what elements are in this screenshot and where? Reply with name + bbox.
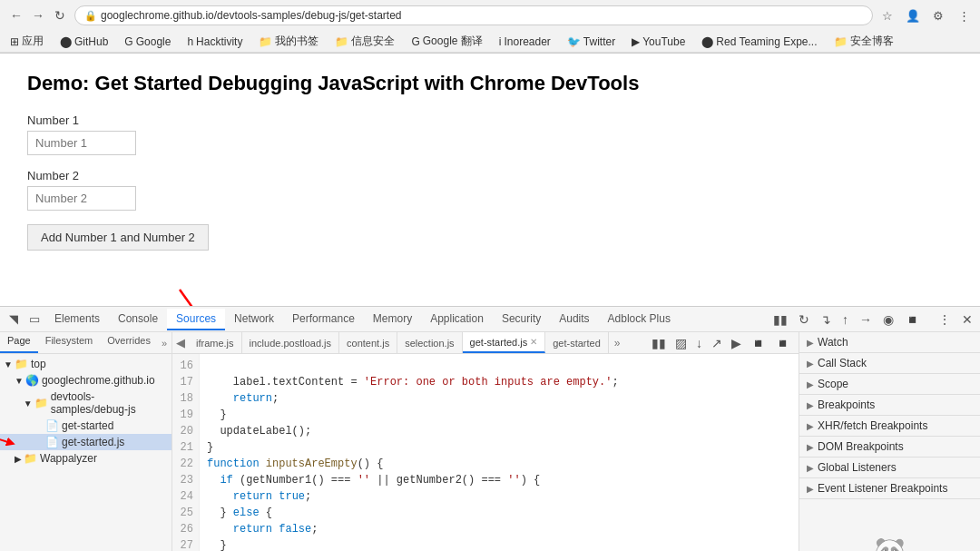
scope-arrow: ▶ bbox=[807, 379, 814, 389]
bookmark-github[interactable]: ⬤ GitHub bbox=[57, 34, 111, 49]
code-content: label.textContent = 'Error: one or both … bbox=[200, 354, 799, 551]
sources-tab-page[interactable]: Page bbox=[0, 332, 38, 353]
section-watch-header[interactable]: ▶ Watch bbox=[799, 332, 980, 352]
tab-security[interactable]: Security bbox=[493, 309, 550, 330]
bookmark-secblog-label: 安全博客 bbox=[850, 34, 894, 49]
main-area: Demo: Get Started Debugging JavaScript w… bbox=[0, 54, 980, 551]
bookmark-apps[interactable]: ⊞ 应用 bbox=[7, 33, 46, 50]
tab-performance[interactable]: Performance bbox=[283, 309, 364, 330]
tree-file-icon-gs: 📄 bbox=[45, 419, 59, 432]
sources-tab-overrides[interactable]: Overrides bbox=[100, 332, 158, 353]
line-num-27: 27 bbox=[176, 537, 193, 551]
bookmark-translate[interactable]: G Google 翻译 bbox=[408, 33, 485, 50]
extension-icon[interactable]: ⚙ bbox=[929, 6, 947, 25]
tree-item-top[interactable]: ▼ 📁 top bbox=[0, 356, 172, 372]
devtools-inspect-icon[interactable]: ◥ bbox=[4, 312, 24, 326]
pause-icon[interactable]: ▮▮ bbox=[769, 310, 791, 329]
tree-item-get-started[interactable]: ▶ 📄 get-started bbox=[0, 418, 172, 434]
bookmark-twitter[interactable]: 🐦 Twitter bbox=[564, 34, 618, 49]
reload-button[interactable]: ↻ bbox=[51, 6, 69, 25]
editor-tab-getstarted-label: get-started bbox=[553, 338, 601, 349]
section-callstack-header[interactable]: ▶ Call Stack bbox=[799, 353, 980, 373]
step-icon[interactable]: → bbox=[856, 310, 876, 329]
sources-tab-filesystem[interactable]: Filesystem bbox=[38, 332, 101, 353]
editor-tabs-more[interactable]: » bbox=[609, 335, 626, 351]
devtools-body: Page Filesystem Overrides » ⋮ ▼ 📁 top bbox=[0, 332, 980, 551]
bookmark-security-label: 信息安全 bbox=[351, 34, 395, 49]
tab-network[interactable]: Network bbox=[225, 309, 283, 330]
tree-item-domain[interactable]: ▼ 🌎 googlechrome.github.io bbox=[0, 372, 172, 389]
number1-input[interactable] bbox=[27, 131, 136, 155]
line-num-24: 24 bbox=[176, 488, 193, 505]
section-dom: ▶ DOM Breakpoints bbox=[799, 437, 980, 458]
section-event-header[interactable]: ▶ Event Listener Breakpoints bbox=[799, 478, 980, 498]
editor-tab-getstarted[interactable]: get-started bbox=[545, 332, 609, 353]
tab-adblock[interactable]: Adblock Plus bbox=[599, 309, 680, 330]
section-scope-header[interactable]: ▶ Scope bbox=[799, 374, 980, 394]
tab-memory[interactable]: Memory bbox=[364, 309, 421, 330]
inoreader-icon: i bbox=[499, 35, 502, 48]
dont-pause-icon[interactable]: ◾ bbox=[901, 310, 924, 329]
section-global-header[interactable]: ▶ Global Listeners bbox=[799, 458, 980, 477]
tree-item-wappalyzer[interactable]: ▶ 📁 Wappalyzer bbox=[0, 450, 172, 467]
editor-tab-close-gsjs[interactable]: ✕ bbox=[530, 337, 537, 347]
deactivate-icon[interactable]: ◉ bbox=[879, 310, 897, 329]
bookmark-icon[interactable]: ☆ bbox=[878, 6, 897, 25]
tab-application[interactable]: Application bbox=[421, 309, 493, 330]
no-pause-ctrl-btn[interactable]: ◾ bbox=[748, 335, 769, 351]
bookmark-youtube[interactable]: ▶ YouTube bbox=[629, 34, 688, 49]
device-ctrl-btn[interactable]: ▨ bbox=[672, 335, 690, 351]
section-dom-header[interactable]: ▶ DOM Breakpoints bbox=[799, 437, 980, 457]
profile-icon[interactable]: 👤 bbox=[904, 6, 922, 25]
forward-button[interactable]: → bbox=[29, 6, 47, 25]
step-over-ctrl-btn[interactable]: ↗ bbox=[709, 335, 725, 351]
line-num-19: 19 bbox=[176, 407, 193, 423]
editor-tab-content[interactable]: content.js bbox=[339, 332, 397, 353]
tree-item-get-started-js[interactable]: ▶ 📄 get-started.js bbox=[0, 434, 172, 450]
resume-ctrl-btn[interactable]: ▶ bbox=[729, 335, 744, 351]
tab-elements[interactable]: Elements bbox=[45, 309, 109, 330]
sources-editor: ◀ iframe.js include.postload.js content.… bbox=[172, 332, 799, 551]
play-ctrl-btn[interactable]: ◾ bbox=[772, 335, 793, 351]
sources-tab-bar: Page Filesystem Overrides » ⋮ bbox=[0, 332, 172, 354]
bookmark-mybooks[interactable]: 📁 我的书签 bbox=[256, 33, 321, 50]
step-out-icon[interactable]: ↑ bbox=[838, 310, 852, 329]
tab-sources[interactable]: Sources bbox=[167, 309, 225, 330]
add-button[interactable]: Add Number 1 and Number 2 bbox=[27, 224, 209, 251]
number2-input[interactable] bbox=[27, 186, 136, 211]
section-breakpoints-header[interactable]: ▶ Breakpoints bbox=[799, 395, 980, 415]
editor-tab-getstarted-js[interactable]: get-started.js ✕ bbox=[463, 332, 546, 353]
bookmark-google[interactable]: G Google bbox=[122, 34, 173, 49]
devtools-more-icon[interactable]: ⋮ bbox=[935, 310, 955, 329]
devtools-close-icon[interactable]: ✕ bbox=[958, 310, 976, 329]
bookmark-secblog[interactable]: 📁 安全博客 bbox=[831, 33, 897, 50]
bookmark-redteam[interactable]: ⬤ Red Teaming Expe... bbox=[699, 34, 819, 49]
tree-label-wappalyzer: Wappalyzer bbox=[40, 452, 97, 465]
editor-tab-selection[interactable]: selection.js bbox=[397, 332, 462, 353]
tab-audits[interactable]: Audits bbox=[550, 309, 598, 330]
editor-tab-postload[interactable]: include.postload.js bbox=[242, 332, 340, 353]
red-arrow-file-svg bbox=[0, 432, 18, 450]
devtools-device-icon[interactable]: ▭ bbox=[24, 312, 45, 326]
tab-console[interactable]: Console bbox=[109, 309, 167, 330]
bookmark-inoreader[interactable]: i Inoreader bbox=[496, 34, 554, 49]
back-button[interactable]: ← bbox=[7, 6, 25, 25]
bookmark-mybooks-label: 我的书签 bbox=[275, 34, 318, 49]
bookmark-hacktivity[interactable]: h Hacktivity bbox=[184, 34, 245, 49]
step-into-icon[interactable]: ↴ bbox=[817, 310, 835, 329]
redteam-icon: ⬤ bbox=[701, 35, 713, 48]
tree-item-debug[interactable]: ▼ 📁 devtools-samples/debug-js bbox=[0, 389, 172, 418]
step-over-icon[interactable]: ↻ bbox=[795, 310, 813, 329]
address-bar[interactable]: 🔒 googlechrome.github.io/devtools-sample… bbox=[74, 5, 873, 25]
step-ctrl-btn[interactable]: ↓ bbox=[693, 335, 705, 351]
editor-prev-icon[interactable]: ◀ bbox=[172, 336, 189, 349]
pause-ctrl-btn[interactable]: ▮▮ bbox=[649, 335, 669, 351]
sources-tab-more[interactable]: » bbox=[158, 335, 171, 351]
menu-icon[interactable]: ⋮ bbox=[955, 6, 973, 25]
editor-tab-iframe[interactable]: iframe.js bbox=[189, 332, 242, 353]
editor-tab-content-label: content.js bbox=[347, 338, 389, 349]
tree-arrow-wap: ▶ bbox=[15, 454, 22, 464]
section-xhr-header[interactable]: ▶ XHR/fetch Breakpoints bbox=[799, 416, 980, 436]
browser-chrome: ← → ↻ 🔒 googlechrome.github.io/devtools-… bbox=[0, 0, 980, 54]
bookmark-security[interactable]: 📁 信息安全 bbox=[332, 33, 397, 50]
